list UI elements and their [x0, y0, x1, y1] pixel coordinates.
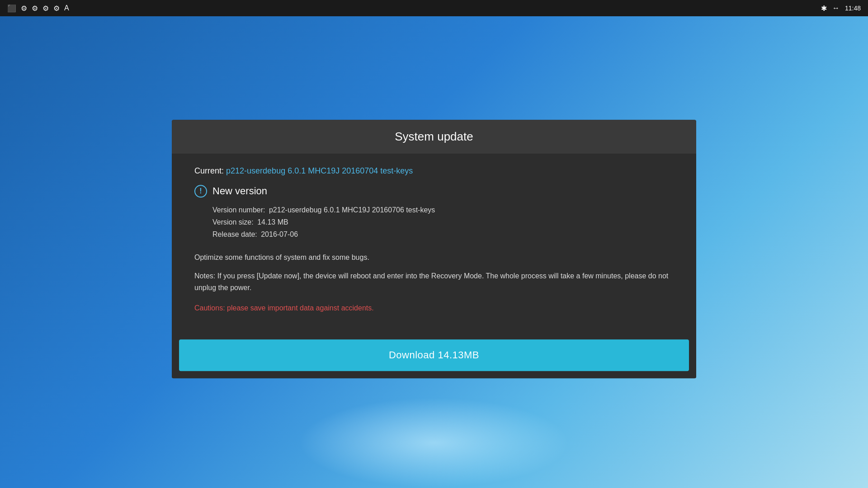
dialog-title: System update	[185, 130, 683, 144]
usb-icon-1: ⚙	[21, 4, 27, 13]
usb-icon-3: ⚙	[42, 4, 49, 13]
info-icon: !	[194, 185, 207, 197]
version-size-value: 14.13 MB	[257, 218, 288, 226]
text-icon: A	[64, 4, 69, 12]
current-label: Current:	[194, 166, 224, 175]
new-version-title: New version	[212, 185, 267, 197]
dialog-footer: Download 14.13MB	[172, 333, 696, 379]
status-bar: ⬛ ⚙ ⚙ ⚙ ⚙ A ✱ ↔ 11:48	[0, 0, 868, 16]
usb-icon-4: ⚙	[53, 4, 60, 13]
dialog-body: Current: p212-userdebug 6.0.1 MHC19J 201…	[172, 154, 696, 332]
version-number-line: Version number: p212-userdebug 6.0.1 MHC…	[212, 204, 674, 216]
version-number-value: p212-userdebug 6.0.1 MHC19J 20160706 tes…	[269, 206, 435, 214]
caution-text: Cautions: please save important data aga…	[194, 305, 674, 313]
release-date-label: Release date:	[212, 231, 257, 239]
clock: 11:48	[845, 5, 861, 12]
version-details: Version number: p212-userdebug 6.0.1 MHC…	[212, 204, 674, 241]
new-version-header: ! New version	[194, 185, 674, 197]
current-version-row: Current: p212-userdebug 6.0.1 MHC19J 201…	[194, 166, 674, 176]
system-update-dialog: System update Current: p212-userdebug 6.…	[172, 120, 696, 378]
status-bar-right: ✱ ↔ 11:48	[821, 4, 861, 13]
version-number-label: Version number:	[212, 206, 265, 214]
current-version-value: p212-userdebug 6.0.1 MHC19J 20160704 tes…	[226, 166, 413, 175]
background-glow	[298, 398, 570, 488]
dialog-header: System update	[172, 120, 696, 154]
bluetooth-icon: ✱	[821, 4, 827, 13]
release-date-value: 2016-07-06	[261, 231, 298, 239]
description-text: Optimize some functions of system and fi…	[194, 252, 674, 263]
arrows-icon: ↔	[832, 4, 840, 12]
usb-icon-2: ⚙	[32, 4, 38, 13]
status-bar-left: ⬛ ⚙ ⚙ ⚙ ⚙ A	[7, 4, 69, 13]
notes-text: Notes: If you press [Update now], the de…	[194, 270, 674, 293]
download-button[interactable]: Download 14.13MB	[179, 340, 689, 371]
version-size-line: Version size: 14.13 MB	[212, 216, 674, 228]
screen-icon: ⬛	[7, 4, 16, 13]
release-date-line: Release date: 2016-07-06	[212, 229, 674, 241]
version-size-label: Version size:	[212, 218, 254, 226]
